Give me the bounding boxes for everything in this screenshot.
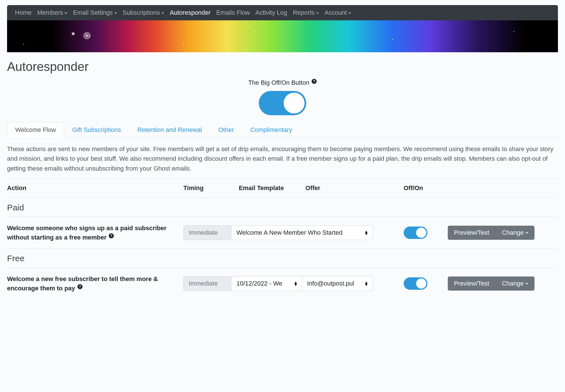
nav-account[interactable]: Account [325,9,351,16]
nav-home[interactable]: Home [15,9,32,16]
col-offon: Off/On [404,178,448,197]
tab-other[interactable]: Other [210,122,242,138]
tab-complimentary[interactable]: Complimentary [242,122,300,138]
action-label: Welcome a new free subscriber to tell th… [7,268,183,299]
tab-description: These actions are sent to new members of… [7,144,558,173]
nav-members[interactable]: Members [37,9,68,16]
toggle-knob [416,278,426,289]
big-toggle-label: The Big Off/On Button ? [248,79,317,86]
preview-test-button[interactable]: Preview/Test [448,276,496,291]
col-timing: Timing Email Template Offer [183,178,404,197]
chevron-down-icon [64,12,67,14]
master-toggle[interactable] [259,91,306,115]
nav-activity-log[interactable]: Activity Log [255,9,287,16]
chevron-down-icon [114,12,117,14]
toggle-knob [284,93,305,114]
tab-bar: Welcome Flow Gift Subscriptions Retentio… [7,122,558,138]
chevron-down-icon [316,12,319,14]
sort-icon: ▲▼ [364,230,368,235]
offer-select[interactable]: Info@outpost.pul ▲▼ [302,276,373,291]
tab-retention-renewal[interactable]: Retention and Renewal [129,122,210,138]
timing-field: Immediate [183,225,231,240]
col-action: Action [7,178,183,197]
actions-table: Action Timing Email Template Offer Off/O… [7,178,558,299]
table-row: Welcome a new free subscriber to tell th… [7,268,558,299]
tab-welcome-flow[interactable]: Welcome Flow [7,122,64,138]
header-banner [7,20,558,52]
row-toggle[interactable] [404,277,427,290]
email-template-select[interactable]: Welcome A New Member Who Started ▲▼ [231,225,373,240]
nav-subscriptions[interactable]: Subscriptions [123,9,164,16]
chevron-down-icon [525,232,528,234]
change-button[interactable]: Change [496,226,534,240]
chevron-down-icon [525,283,528,285]
row-toggle[interactable] [404,227,427,239]
main-navbar: Home Members Email Settings Subscription… [7,5,558,20]
nav-autoresponder[interactable]: Autoresponder [170,9,210,16]
help-icon[interactable]: ? [109,233,114,238]
section-paid: Paid [7,197,558,217]
sort-icon: ▲▼ [294,281,298,286]
action-label: Welcome someone who signs up as a paid s… [7,217,183,248]
chevron-down-icon [348,12,351,14]
nav-emails-flow[interactable]: Emails Flow [216,9,250,16]
timing-field: Immediate [183,276,231,291]
email-template-select[interactable]: 10/12/2022 - We ▲▼ [231,276,302,291]
section-free: Free [7,248,558,268]
help-icon[interactable]: ? [77,284,82,289]
table-row: Welcome someone who signs up as a paid s… [7,217,558,248]
sort-icon: ▲▼ [364,281,368,286]
chevron-down-icon [161,12,164,14]
nav-reports[interactable]: Reports [293,9,319,16]
preview-test-button[interactable]: Preview/Test [448,226,496,240]
nav-email-settings[interactable]: Email Settings [73,9,117,16]
page-title: Autoresponder [7,60,558,74]
change-button[interactable]: Change [496,276,534,291]
tab-gift-subscriptions[interactable]: Gift Subscriptions [64,122,129,138]
help-icon[interactable]: ? [312,79,317,84]
toggle-knob [416,228,426,238]
